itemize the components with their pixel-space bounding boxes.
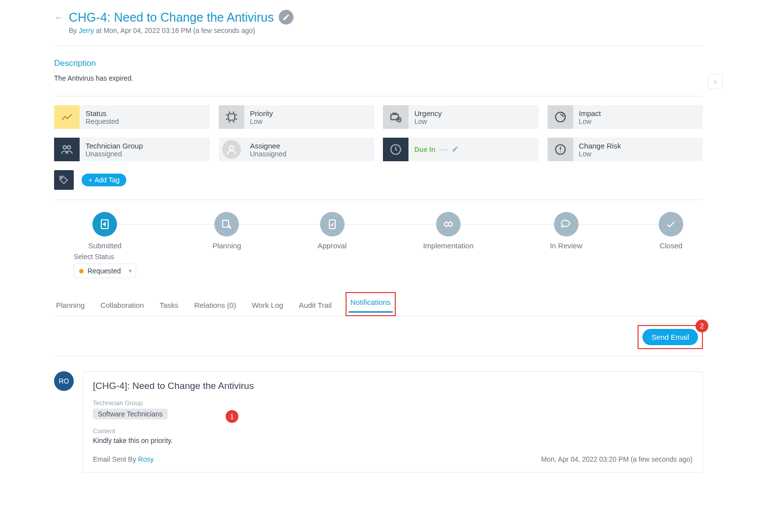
add-tag-button[interactable]: + Add Tag — [82, 174, 126, 186]
planning-icon — [214, 212, 239, 236]
priority-title: Priority — [250, 109, 273, 118]
stage-implementation[interactable]: Implementation — [423, 212, 474, 250]
submitted-icon — [92, 212, 117, 236]
closed-icon — [659, 212, 683, 236]
stage-planning[interactable]: Planning — [212, 212, 241, 250]
tabs: Planning Collaboration Tasks Relations (… — [54, 296, 703, 316]
chevron-down-icon: ▾ — [129, 267, 132, 274]
status-value: Requested — [86, 118, 119, 125]
risk-value: Low — [579, 150, 621, 158]
stage-submitted[interactable]: Submitted Select Status Requested ▾ — [74, 212, 136, 278]
impact-value: Low — [579, 118, 601, 125]
plus-icon: + — [88, 176, 92, 184]
due-in-value: --- — [439, 146, 448, 153]
by-suffix: at Mon, Apr 04, 2022 03:16 PM (a few sec… — [94, 27, 255, 34]
due-in-label: Due In — [414, 146, 436, 153]
notification-tech-group-label: Technician Group — [93, 399, 693, 407]
callout-send-email: 2 Send Email — [638, 325, 703, 349]
urgency-value: Low — [414, 118, 442, 125]
stage-label: Approval — [318, 241, 347, 250]
notification-sent-by: Email Sent By Rosy — [93, 455, 154, 463]
edit-title-button[interactable] — [279, 10, 293, 25]
notification-timestamp: Mon, Apr 04, 2022 03:20 PM (a few second… — [541, 455, 693, 463]
status-select[interactable]: Requested ▾ — [74, 264, 136, 278]
send-email-button[interactable]: Send Email — [642, 329, 698, 345]
stage-label: Planning — [212, 241, 241, 250]
priority-value: Low — [250, 118, 273, 125]
card-technician-group[interactable]: Technician Group Unassigned — [54, 138, 210, 161]
review-icon — [554, 212, 579, 236]
tech-group-icon — [54, 138, 80, 161]
status-dot-icon — [79, 269, 84, 273]
add-tag-label: Add Tag — [94, 176, 119, 184]
svg-point-5 — [67, 146, 71, 149]
svg-rect-12 — [329, 220, 335, 229]
stage-label: Implementation — [423, 241, 474, 250]
assignee-value: Unassigned — [250, 150, 287, 158]
card-due-in[interactable]: Due In --- — [383, 138, 539, 161]
status-icon — [54, 105, 80, 129]
card-urgency[interactable]: Urgency Low — [383, 105, 539, 129]
svg-point-14 — [448, 222, 452, 226]
assignee-icon — [222, 140, 241, 159]
tech-group-title: Technician Group — [86, 142, 143, 150]
stage-in-review[interactable]: In Review — [550, 212, 582, 250]
card-assignee[interactable]: Assignee Unassigned — [219, 138, 375, 161]
pencil-icon — [282, 13, 290, 21]
tech-group-value: Unassigned — [86, 150, 143, 158]
status-title: Status — [86, 109, 119, 118]
priority-icon — [219, 105, 244, 129]
tab-work-log[interactable]: Work Log — [250, 296, 285, 316]
description-text: The Antivirus has expired. — [54, 74, 133, 82]
tag-icon — [54, 170, 74, 190]
notification-tech-group-chip: Software Technicians — [93, 409, 168, 419]
stage-label: In Review — [550, 241, 582, 250]
stage-closed[interactable]: Closed — [659, 212, 683, 250]
select-status-label: Select Status — [74, 253, 115, 261]
expand-description-button[interactable]: › — [708, 74, 723, 89]
callout-badge-2: 2 — [696, 320, 708, 332]
status-select-value: Requested — [87, 267, 121, 275]
tab-collaboration[interactable]: Collaboration — [98, 296, 146, 316]
stage-approval[interactable]: Approval — [318, 212, 347, 250]
svg-rect-0 — [228, 114, 234, 120]
risk-title: Change Risk — [579, 142, 621, 150]
author-link[interactable]: Jerry — [79, 27, 94, 34]
avatar: RO — [54, 371, 74, 391]
urgency-icon — [383, 105, 408, 129]
svg-point-4 — [63, 146, 66, 149]
impact-icon — [548, 105, 573, 129]
implementation-icon — [436, 212, 461, 236]
svg-point-9 — [61, 177, 62, 179]
sent-by-prefix: Email Sent By — [93, 455, 138, 463]
by-prefix: By — [69, 27, 79, 34]
callout-badge-1: 1 — [226, 410, 238, 423]
tab-planning[interactable]: Planning — [54, 296, 87, 316]
tab-relations[interactable]: Relations (0) — [192, 296, 238, 316]
edit-due-button[interactable] — [452, 146, 459, 154]
back-arrow-icon[interactable]: ← — [54, 12, 64, 23]
page-title: CHG-4: Need to Change the Antivirus — [69, 10, 274, 25]
risk-icon — [548, 138, 573, 161]
tab-audit-trail[interactable]: Audit Trail — [297, 296, 334, 316]
callout-notifications-tab: Notifications — [346, 292, 396, 316]
card-change-risk[interactable]: Change Risk Low — [548, 138, 703, 161]
card-impact[interactable]: Impact Low — [548, 105, 703, 129]
stage-label: Submitted — [88, 241, 122, 250]
card-status[interactable]: Status Requested — [54, 105, 210, 129]
description-heading: Description — [54, 59, 703, 68]
notification-card: 1 [CHG-4]: Need to Change the Antivirus … — [83, 371, 703, 473]
impact-title: Impact — [579, 109, 601, 118]
assignee-title: Assignee — [250, 142, 287, 150]
svg-point-6 — [229, 146, 233, 150]
tab-notifications[interactable]: Notifications — [349, 293, 393, 313]
card-priority[interactable]: Priority Low — [219, 105, 375, 129]
sent-by-user-link[interactable]: Rosy — [138, 455, 154, 463]
tab-tasks[interactable]: Tasks — [158, 296, 180, 316]
approval-icon — [320, 212, 345, 236]
stage-label: Closed — [660, 241, 683, 250]
urgency-title: Urgency — [414, 109, 442, 118]
notification-title: [CHG-4]: Need to Change the Antivirus — [93, 381, 693, 391]
clock-icon — [383, 138, 408, 161]
notification-content-label: Content — [93, 427, 693, 435]
